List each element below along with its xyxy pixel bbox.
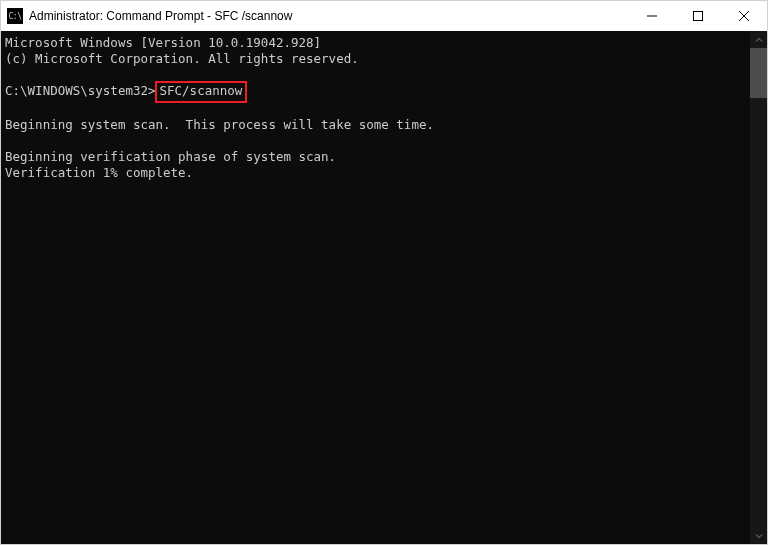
scan-begin-line: Beginning system scan. This process will… (5, 117, 434, 132)
version-line: Microsoft Windows [Version 10.0.19042.92… (5, 35, 321, 50)
command-prompt-window: C:\ Administrator: Command Prompt - SFC … (0, 0, 768, 545)
scroll-track[interactable] (750, 48, 767, 527)
window-controls (629, 1, 767, 31)
verification-line: Beginning verification phase of system s… (5, 149, 336, 164)
maximize-icon (693, 11, 703, 21)
terminal-area: Microsoft Windows [Version 10.0.19042.92… (1, 31, 767, 544)
prompt-prefix: C:\WINDOWS\system32> (5, 83, 156, 98)
scroll-down-button[interactable] (750, 527, 767, 544)
progress-line: Verification 1% complete. (5, 165, 193, 180)
close-icon (739, 11, 749, 21)
cmd-icon: C:\ (7, 8, 23, 24)
scroll-up-button[interactable] (750, 31, 767, 48)
minimize-icon (647, 11, 657, 21)
vertical-scrollbar[interactable] (750, 31, 767, 544)
terminal-output[interactable]: Microsoft Windows [Version 10.0.19042.92… (1, 31, 750, 544)
highlighted-command: SFC/scannow (155, 81, 248, 103)
titlebar[interactable]: C:\ Administrator: Command Prompt - SFC … (1, 1, 767, 31)
close-button[interactable] (721, 1, 767, 31)
svg-rect-1 (694, 12, 703, 21)
chevron-down-icon (755, 532, 763, 540)
scroll-thumb[interactable] (750, 48, 767, 98)
maximize-button[interactable] (675, 1, 721, 31)
chevron-up-icon (755, 36, 763, 44)
window-title: Administrator: Command Prompt - SFC /sca… (29, 9, 629, 23)
copyright-line: (c) Microsoft Corporation. All rights re… (5, 51, 359, 66)
minimize-button[interactable] (629, 1, 675, 31)
